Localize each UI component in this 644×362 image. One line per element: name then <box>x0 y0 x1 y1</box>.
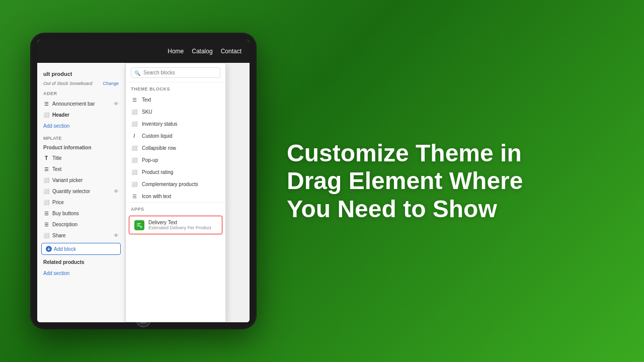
svg-rect-2 <box>137 226 140 226</box>
headline-line1: Customize Theme in <box>287 140 522 166</box>
right-content: Customize Theme in Drag Element Where Yo… <box>257 119 644 243</box>
panel-icon-text[interactable]: ☰ Icon with text <box>126 190 225 202</box>
price-icon: ⬜ <box>43 199 49 205</box>
sku-icon: ⬜ <box>131 108 138 115</box>
sidebar-title[interactable]: T Title <box>37 152 125 163</box>
variant-label: Variant picker <box>52 177 83 183</box>
tablet-wrapper: Home Catalog Contact ult product Out of … <box>30 33 257 329</box>
desc-icon: ☰ <box>43 221 49 227</box>
tablet-device: Home Catalog Contact ult product Out of … <box>30 33 257 329</box>
nav-home[interactable]: Home <box>168 48 184 55</box>
apps-section: APPS <box>126 202 225 234</box>
sidebar-price[interactable]: ⬜ Price <box>37 197 125 208</box>
headline: Customize Theme in Drag Element Where Yo… <box>287 139 614 223</box>
apps-header: APPS <box>126 203 225 214</box>
panel-product-rating[interactable]: ⬜ Product rating <box>126 166 225 178</box>
panel-scroll: THEME BLOCKS ☰ Text ⬜ SKU ⬜ Inventory st… <box>126 82 225 322</box>
search-input-wrap: 🔍 <box>131 67 220 78</box>
nav-bar: Home Catalog Contact <box>37 40 250 63</box>
delivery-text-item[interactable]: Delivery Text Estimated Delivery Per Pro… <box>129 216 222 234</box>
search-blocks-input[interactable] <box>131 67 220 78</box>
collapsible-icon: ⬜ <box>131 144 138 151</box>
liquid-icon: / <box>131 132 138 139</box>
quantity-icon: ⬜ <box>43 188 49 194</box>
sidebar-announcement-bar[interactable]: ☰ Announcement bar 👁 <box>37 98 125 109</box>
change-button[interactable]: Change <box>103 81 119 86</box>
quantity-label: Quantity selector <box>52 189 90 194</box>
header-icon: ⬜ <box>43 112 49 118</box>
collapsible-label: Collapsible row <box>142 145 176 151</box>
add-section-btn-1[interactable]: Add section <box>37 120 125 132</box>
inventory-label: Inventory status <box>142 121 178 127</box>
add-block-button[interactable]: + Add block <box>41 243 121 255</box>
liquid-label: Custom liquid <box>142 133 173 139</box>
rating-label: Product rating <box>142 169 173 175</box>
icon-text-label: Icon with text <box>142 194 171 199</box>
sidebar-buy-buttons[interactable]: ☰ Buy buttons <box>37 208 125 219</box>
icon-text-icon: ☰ <box>131 193 138 200</box>
header-section: ADER <box>37 87 125 98</box>
buy-icon: ☰ <box>43 210 49 216</box>
sidebar: ult product Out of Stock Snowboard Chang… <box>37 63 125 322</box>
product-info-section: Product information <box>37 143 125 152</box>
nav-items: Home Catalog Contact <box>168 48 242 55</box>
desc-label: Description <box>52 222 77 227</box>
nav-contact[interactable]: Contact <box>221 48 242 55</box>
related-products-label: Related products <box>37 257 125 267</box>
add-block-label: Add block <box>54 246 76 252</box>
quantity-eye-icon[interactable]: 👁 <box>114 189 119 194</box>
delivery-svg-icon <box>136 222 142 228</box>
popup-icon: ⬜ <box>131 156 138 163</box>
sidebar-header[interactable]: ⬜ Header <box>37 109 125 120</box>
complementary-label: Complementary products <box>142 182 198 187</box>
add-block-plus-icon: + <box>46 246 52 252</box>
sidebar-text[interactable]: ☰ Text <box>37 163 125 174</box>
svg-rect-0 <box>137 223 141 224</box>
sidebar-description[interactable]: ☰ Description <box>37 219 125 230</box>
delivery-title: Delivery Text <box>148 220 211 225</box>
panel-inventory[interactable]: ⬜ Inventory status <box>126 118 225 130</box>
page-title: ult product <box>37 68 125 80</box>
variant-icon: ⬜ <box>43 177 49 183</box>
sidebar-share[interactable]: ⬜ Share 👁 <box>37 230 125 241</box>
add-section-btn-2[interactable]: Add section <box>37 267 125 279</box>
svg-rect-1 <box>137 224 140 225</box>
template-section: MPLATE <box>37 132 125 143</box>
panel-popup[interactable]: ⬜ Pop-up <box>126 154 225 166</box>
panel-complementary[interactable]: ⬜ Complementary products <box>126 178 225 190</box>
nav-catalog[interactable]: Catalog <box>192 48 212 55</box>
header-label: Header <box>52 112 69 118</box>
panel-custom-liquid[interactable]: / Custom liquid <box>126 130 225 142</box>
buy-label: Buy buttons <box>52 211 79 216</box>
text-block-label: Text <box>142 97 151 103</box>
delivery-subtitle: Estimated Delivery Per Product <box>148 225 211 230</box>
share-icon: ⬜ <box>43 232 49 238</box>
share-eye-icon[interactable]: 👁 <box>114 233 119 238</box>
preview-label: Out of Stock Snowboard <box>43 81 93 86</box>
search-box: 🔍 <box>126 63 225 82</box>
announcement-eye-icon[interactable]: 👁 <box>114 101 119 107</box>
announcement-label: Announcement bar <box>52 101 95 107</box>
title-label: Title <box>52 155 62 161</box>
sku-label: SKU <box>142 109 152 115</box>
main-content: ult product Out of Stock Snowboard Chang… <box>37 63 250 322</box>
text-block-icon: ☰ <box>131 96 138 103</box>
title-icon: T <box>43 155 49 161</box>
panel-text[interactable]: ☰ Text <box>126 94 225 106</box>
theme-blocks-header: THEME BLOCKS <box>126 82 225 94</box>
panel-sku[interactable]: ⬜ SKU <box>126 106 225 118</box>
search-magnifier-icon: 🔍 <box>134 70 140 75</box>
sidebar-variant-picker[interactable]: ⬜ Variant picker <box>37 174 125 186</box>
rating-icon: ⬜ <box>131 168 138 175</box>
tablet-screen: Home Catalog Contact ult product Out of … <box>37 40 250 322</box>
block-search-panel: 🔍 THEME BLOCKS ☰ Text ⬜ SK <box>125 63 226 322</box>
announcement-icon: ☰ <box>43 101 49 107</box>
panel-collapsible-row[interactable]: ⬜ Collapsible row <box>126 142 225 154</box>
text-icon: ☰ <box>43 166 49 172</box>
share-label: Share <box>52 233 66 238</box>
inventory-icon: ⬜ <box>131 120 138 127</box>
text-label: Text <box>52 166 61 172</box>
delivery-text-block: Delivery Text Estimated Delivery Per Pro… <box>148 220 211 230</box>
sidebar-quantity-selector[interactable]: ⬜ Quantity selector 👁 <box>37 186 125 197</box>
headline-line2: Drag Element Where <box>287 167 523 194</box>
